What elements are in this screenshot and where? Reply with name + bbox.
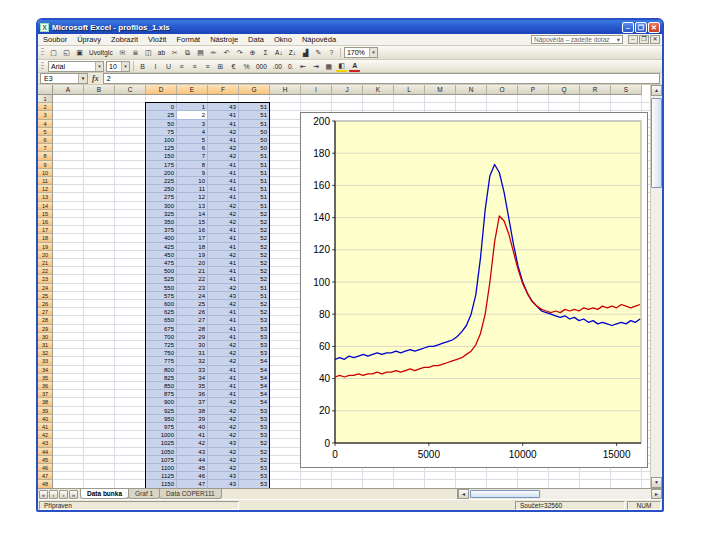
- column-header-S[interactable]: S: [611, 85, 642, 95]
- grid-cell[interactable]: 125: [146, 144, 177, 152]
- row-header-35[interactable]: 35: [38, 374, 53, 382]
- grid-cell[interactable]: 22: [177, 275, 208, 283]
- row-header-2[interactable]: 2: [38, 103, 53, 111]
- row-header-9[interactable]: 9: [38, 161, 53, 169]
- grid-cell[interactable]: 43: [208, 480, 239, 488]
- grid-cell[interactable]: 23: [177, 284, 208, 292]
- grid-cell[interactable]: 575: [146, 292, 177, 300]
- grid-cell[interactable]: 50: [146, 120, 177, 128]
- chart-wizard-icon[interactable]: ▟: [300, 47, 311, 58]
- grid-cell[interactable]: 42: [177, 439, 208, 447]
- row-header-45[interactable]: 45: [38, 456, 53, 464]
- cut-icon[interactable]: ✂: [169, 47, 180, 58]
- last-sheet-icon[interactable]: »: [69, 490, 78, 499]
- grid-cell[interactable]: 14: [177, 210, 208, 218]
- column-header-G[interactable]: G: [239, 85, 270, 95]
- grid-cell[interactable]: 27: [177, 316, 208, 324]
- grid-cell[interactable]: 51: [239, 103, 270, 111]
- grid-cell[interactable]: 53: [239, 423, 270, 431]
- grid-cell[interactable]: 34: [177, 374, 208, 382]
- grid-cell[interactable]: 475: [146, 259, 177, 267]
- grid-cell[interactable]: 5: [177, 136, 208, 144]
- row-header-34[interactable]: 34: [38, 366, 53, 374]
- grid-cell[interactable]: 20: [177, 259, 208, 267]
- grid-cell[interactable]: 53: [239, 349, 270, 357]
- grid-cell[interactable]: 975: [146, 423, 177, 431]
- grid-cell[interactable]: 1050: [146, 448, 177, 456]
- decrease-decimal-button[interactable]: 0.: [286, 61, 295, 72]
- currency-button[interactable]: €: [228, 61, 239, 72]
- chevron-down-icon[interactable]: ▾: [78, 74, 87, 83]
- row-header-10[interactable]: 10: [38, 169, 53, 177]
- grid-cell[interactable]: 51: [239, 111, 270, 119]
- next-sheet-icon[interactable]: ›: [59, 490, 68, 499]
- grid-cell[interactable]: 42: [208, 357, 239, 365]
- grid-cell[interactable]: 17: [177, 234, 208, 242]
- row-header-12[interactable]: 12: [38, 185, 53, 193]
- row-header-19[interactable]: 19: [38, 243, 53, 251]
- grid-cell[interactable]: 500: [146, 267, 177, 275]
- grid-cell[interactable]: 25: [146, 111, 177, 119]
- row-header-18[interactable]: 18: [38, 234, 53, 242]
- grid-cell[interactable]: 41: [208, 333, 239, 341]
- row-header-38[interactable]: 38: [38, 398, 53, 406]
- grid-cell[interactable]: 1100: [146, 464, 177, 472]
- column-header-D[interactable]: D: [146, 85, 177, 95]
- grid-cell[interactable]: 54: [239, 357, 270, 365]
- scroll-down-icon[interactable]: ▼: [651, 477, 662, 488]
- row-header-30[interactable]: 30: [38, 333, 53, 341]
- print-icon[interactable]: ≣: [130, 47, 141, 58]
- grid-cell[interactable]: 52: [239, 251, 270, 259]
- align-left-button[interactable]: ≡: [176, 61, 187, 72]
- grid-cell[interactable]: 42: [208, 144, 239, 152]
- grid-cell[interactable]: 52: [239, 308, 270, 316]
- row-header-39[interactable]: 39: [38, 407, 53, 415]
- menu-item-formt[interactable]: Formát: [171, 34, 205, 46]
- redo-icon[interactable]: ↷: [234, 47, 245, 58]
- grid-cell[interactable]: 53: [239, 472, 270, 480]
- row-header-5[interactable]: 5: [38, 128, 53, 136]
- toolbar-grip[interactable]: [41, 62, 44, 71]
- sheet-tab-data-bunka[interactable]: Data bunka: [80, 489, 129, 499]
- row-header-23[interactable]: 23: [38, 275, 53, 283]
- grid-cell[interactable]: 41: [208, 275, 239, 283]
- row-header-8[interactable]: 8: [38, 152, 53, 160]
- grid-cell[interactable]: 43: [208, 292, 239, 300]
- row-header-24[interactable]: 24: [38, 284, 53, 292]
- row-header-13[interactable]: 13: [38, 193, 53, 201]
- grid-cell[interactable]: 51: [239, 152, 270, 160]
- grid-cell[interactable]: 350: [146, 218, 177, 226]
- column-header-M[interactable]: M: [425, 85, 456, 95]
- grid-cell[interactable]: 32: [177, 357, 208, 365]
- column-header-H[interactable]: H: [270, 85, 301, 95]
- grid-cell[interactable]: 650: [146, 316, 177, 324]
- grid-cell[interactable]: 41: [208, 120, 239, 128]
- grid-cell[interactable]: 43: [208, 472, 239, 480]
- grid-cell[interactable]: 54: [239, 398, 270, 406]
- grid-cell[interactable]: 250: [146, 185, 177, 193]
- worksheet-grid[interactable]: 0204060801001201401601802000500010000150…: [38, 85, 662, 488]
- row-header-11[interactable]: 11: [38, 177, 53, 185]
- row-header-16[interactable]: 16: [38, 218, 53, 226]
- grid-cell[interactable]: 8: [177, 161, 208, 169]
- grid-cell[interactable]: 375: [146, 226, 177, 234]
- row-header-32[interactable]: 32: [38, 349, 53, 357]
- grid-cell[interactable]: 4: [177, 128, 208, 136]
- grid-cell[interactable]: 13: [177, 202, 208, 210]
- hyperlink-icon[interactable]: ⊕: [247, 47, 258, 58]
- grid-cell[interactable]: 42: [208, 300, 239, 308]
- grid-cell[interactable]: 25: [177, 300, 208, 308]
- zoom-select[interactable]: 170% ▾: [344, 47, 378, 58]
- grid-cell[interactable]: 41: [208, 185, 239, 193]
- grid-cell[interactable]: 52: [239, 226, 270, 234]
- sort-desc-icon[interactable]: Z↓: [287, 47, 298, 58]
- grid-cell[interactable]: 43: [208, 103, 239, 111]
- grid-cell[interactable]: 11: [177, 185, 208, 193]
- grid-cell[interactable]: 41: [208, 366, 239, 374]
- grid-cell[interactable]: 300: [146, 202, 177, 210]
- grid-cell[interactable]: 19: [177, 251, 208, 259]
- grid-cell[interactable]: 675: [146, 325, 177, 333]
- grid-cell[interactable]: 41: [208, 325, 239, 333]
- row-header-46[interactable]: 46: [38, 464, 53, 472]
- grid-cell[interactable]: 18: [177, 243, 208, 251]
